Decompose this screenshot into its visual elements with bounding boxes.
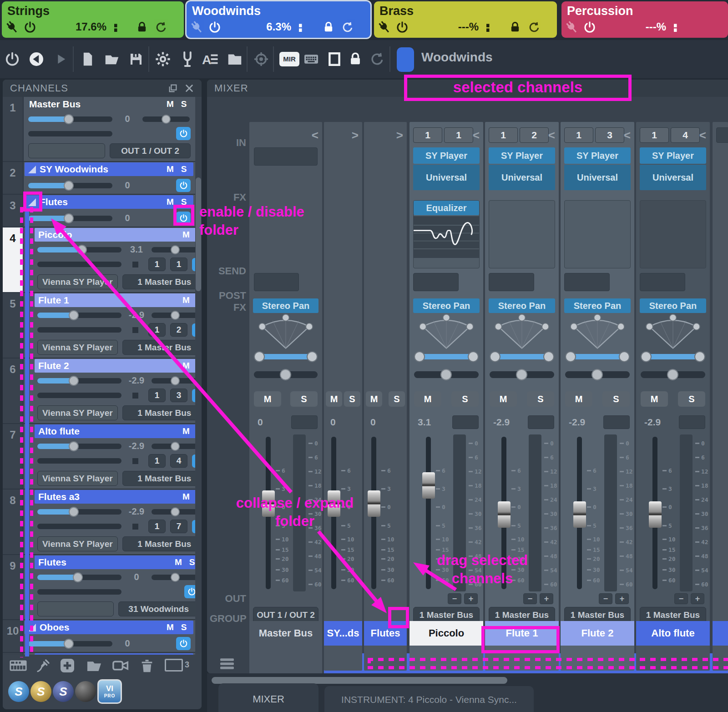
solo-button[interactable]: S — [389, 391, 405, 407]
fader-cap[interactable] — [422, 472, 435, 499]
fader-track[interactable] — [652, 437, 657, 589]
crosshair-icon[interactable] — [253, 51, 269, 67]
collapse-chevron[interactable]: > — [352, 128, 359, 142]
mute-button[interactable]: M — [641, 391, 668, 407]
midi-port-button[interactable]: 1 — [148, 520, 166, 533]
power-icon[interactable] — [583, 21, 596, 34]
text-list-icon[interactable]: A — [202, 51, 218, 67]
volume-slider[interactable] — [37, 313, 121, 318]
add-channel-icon[interactable] — [59, 657, 76, 674]
slider-knob[interactable] — [73, 572, 83, 582]
strip-name[interactable]: Piccolo — [410, 621, 483, 646]
open-folder-icon[interactable] — [86, 657, 103, 674]
output-button[interactable]: 1 Master Bus — [122, 274, 195, 289]
mute-button[interactable]: M — [181, 295, 191, 305]
channels-scrollbar[interactable] — [196, 98, 201, 654]
volume-slider[interactable] — [37, 444, 121, 449]
midi-port-button[interactable]: 1 — [148, 389, 166, 402]
channel-header[interactable]: Alto fluteMS — [35, 424, 195, 438]
output-button[interactable]: 1 Master Bus — [122, 340, 195, 355]
slider-knob[interactable] — [69, 441, 79, 451]
player-button[interactable]: SY Player — [640, 147, 706, 164]
pan-knob[interactable] — [592, 369, 603, 380]
midi-channel-button[interactable]: 3 — [170, 389, 187, 402]
midi-port-button[interactable]: 1 — [640, 127, 669, 143]
player-button[interactable]: Vienna SY Player — [37, 536, 118, 551]
pan-knob[interactable] — [171, 442, 180, 451]
slider-knob[interactable] — [77, 245, 87, 255]
send-slot[interactable] — [489, 273, 534, 291]
instance-tab-woodwinds[interactable]: Woodwinds6.3% — [187, 1, 370, 38]
strip-name[interactable]: Master Bus — [249, 621, 322, 646]
channel-header[interactable]: Flute 1MS — [35, 293, 195, 307]
width-handle-right[interactable] — [468, 351, 479, 362]
synchron-player-dark-icon[interactable]: S — [53, 681, 74, 702]
slider-knob[interactable] — [69, 507, 79, 517]
mute-button[interactable]: M — [181, 492, 191, 502]
collapse-triangle-icon[interactable] — [28, 166, 36, 173]
midi-port-button[interactable]: 1 — [413, 127, 442, 143]
trash-icon[interactable] — [139, 658, 155, 673]
library-box[interactable]: Universal — [564, 165, 631, 190]
square-icon[interactable] — [327, 51, 342, 67]
strip-name[interactable]: Alto flute — [636, 621, 710, 646]
instance-tab-percussion[interactable]: Percussion---% — [561, 1, 728, 38]
send-slot[interactable] — [564, 273, 610, 291]
open-folder-icon[interactable] — [104, 51, 120, 67]
channel-header[interactable]: Flutes a3MS — [35, 490, 195, 504]
lock-icon[interactable] — [136, 21, 148, 34]
sync-icon[interactable] — [341, 21, 354, 34]
channel-number[interactable]: 1 — [3, 97, 24, 161]
strip-name[interactable] — [713, 621, 728, 646]
input-field[interactable] — [37, 601, 114, 616]
decrement-button[interactable]: − — [599, 593, 612, 604]
pan-knob[interactable] — [171, 245, 180, 254]
channel-power-button[interactable] — [192, 323, 195, 337]
solo-button[interactable]: S — [527, 391, 554, 407]
solo-button[interactable]: S — [187, 557, 195, 567]
send-slot[interactable] — [254, 273, 299, 291]
fader-cap[interactable] — [498, 501, 511, 528]
power-icon[interactable] — [24, 21, 36, 34]
pan-slider[interactable] — [152, 378, 195, 384]
solo-button[interactable]: S — [602, 391, 630, 407]
send-slot[interactable] — [640, 273, 685, 291]
mute-button[interactable]: M — [173, 557, 183, 567]
decrement-button[interactable]: − — [448, 593, 461, 604]
channel-power-button[interactable] — [192, 454, 195, 468]
slider-knob[interactable] — [64, 639, 74, 649]
slider-knob[interactable] — [64, 213, 74, 223]
midi-channel-button[interactable]: 1 — [170, 258, 187, 271]
tab-instrument[interactable]: INSTRUMENT: 4 Piccolo - Vienna Sync... — [324, 686, 534, 712]
pan-knob[interactable] — [171, 311, 180, 320]
collapse-chevron[interactable]: < — [312, 128, 318, 142]
mute-button[interactable]: M — [366, 391, 382, 407]
channel-power-button[interactable] — [176, 179, 191, 192]
midi-port-button[interactable]: 1 — [564, 127, 593, 143]
midi-channel-button[interactable]: 2 — [170, 323, 187, 337]
mute-button[interactable]: M — [326, 391, 342, 407]
slider-knob[interactable] — [69, 310, 79, 320]
channel-header[interactable]: OboesMS — [25, 621, 193, 634]
channel-header[interactable]: SY WoodwindsMS — [25, 162, 193, 176]
mir-badge[interactable]: MIR — [279, 52, 299, 66]
pan-knob[interactable] — [280, 369, 291, 380]
midi-channel-button[interactable]: 2 — [520, 127, 549, 143]
tuning-fork-icon[interactable] — [179, 51, 196, 67]
solo-button[interactable]: S — [195, 426, 195, 436]
solo-button[interactable]: S — [195, 230, 195, 240]
stereo-width-bar[interactable] — [568, 354, 627, 359]
instance-tab-brass[interactable]: Brass---% — [374, 1, 557, 38]
increment-button[interactable]: + — [691, 593, 704, 604]
window-count-icon[interactable] — [165, 659, 183, 672]
midi-channel-button[interactable]: 7 — [170, 520, 187, 533]
previous-icon[interactable] — [28, 51, 45, 67]
collapse-chevron[interactable]: < — [473, 128, 480, 142]
input-field[interactable] — [254, 147, 318, 166]
pan-knob[interactable] — [440, 369, 452, 380]
mute-button[interactable]: M — [565, 391, 592, 407]
output-button[interactable]: 1 Master Bus — [122, 471, 195, 486]
output-button[interactable]: 31 Woodwinds — [118, 601, 195, 616]
pan-slider[interactable] — [142, 116, 190, 122]
volume-slider[interactable] — [37, 575, 121, 580]
